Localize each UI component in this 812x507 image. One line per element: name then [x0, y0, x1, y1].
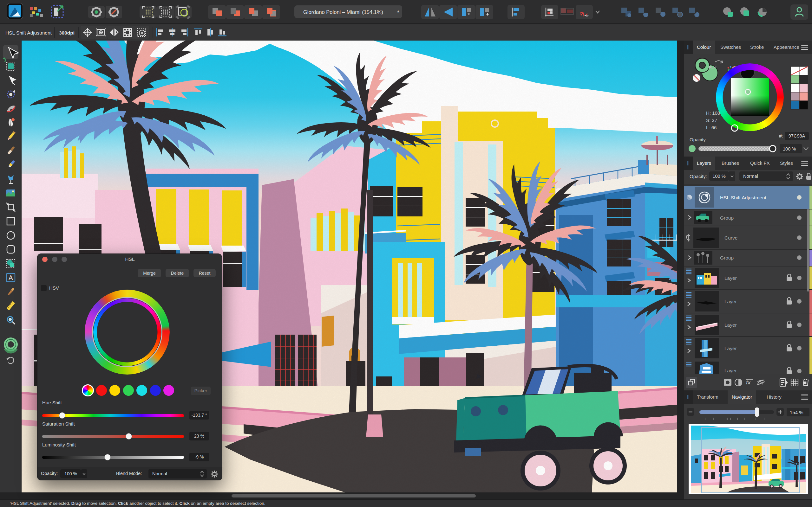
svg-text:Layer: Layer [724, 322, 737, 328]
svg-text:S: 37: S: 37 [706, 118, 717, 123]
svg-text:97C98A: 97C98A [789, 133, 805, 138]
svg-text:HSL Shift Adjustment: HSL Shift Adjustment [5, 30, 52, 36]
svg-text:Layer: Layer [724, 346, 737, 351]
svg-text:Layer: Layer [724, 299, 737, 304]
svg-text:300dpi: 300dpi [59, 30, 74, 36]
svg-text:Giordano Poloni – Miami (154.1: Giordano Poloni – Miami (154.1%) [303, 9, 383, 15]
svg-text:H: 108: H: 108 [706, 110, 720, 116]
svg-text:fx: fx [746, 380, 751, 385]
svg-text:L: 66: L: 66 [706, 125, 716, 130]
svg-text:Group: Group [720, 215, 734, 221]
svg-text:Opacity: Opacity [690, 137, 706, 142]
svg-text:100 %: 100 % [783, 147, 796, 152]
svg-text:Curve: Curve [724, 235, 738, 240]
svg-text:Layer: Layer [724, 368, 737, 373]
svg-text:HSL Shift Adjustment: HSL Shift Adjustment [720, 195, 767, 200]
svg-text:A: A [9, 274, 13, 281]
svg-text:154 %: 154 % [790, 410, 803, 415]
svg-text:Group: Group [720, 255, 734, 261]
svg-text:#:: #: [779, 133, 783, 138]
svg-text:Layer: Layer [724, 275, 737, 281]
svg-text:*: * [397, 9, 399, 16]
